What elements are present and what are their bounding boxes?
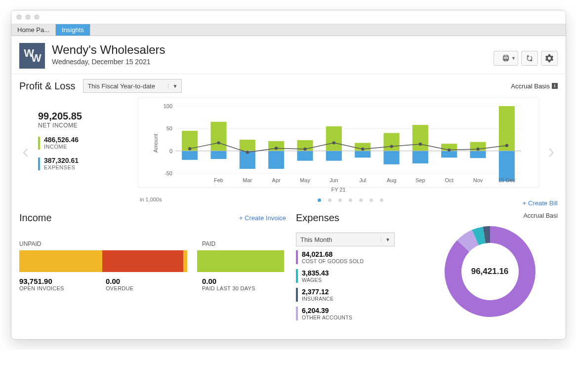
expenses-range-value: This Month: [300, 236, 332, 243]
pager-dot[interactable]: [359, 198, 363, 202]
svg-point-54: [361, 148, 364, 151]
svg-text:-50: -50: [165, 170, 172, 176]
pager-dot[interactable]: [380, 198, 383, 202]
open-invoices-label: OPEN INVOICES: [19, 285, 106, 291]
expenses-value: 387,320.61: [44, 157, 79, 164]
create-bill-link[interactable]: + Create Bill: [523, 199, 558, 212]
traffic-light-close[interactable]: [16, 14, 22, 20]
pl-chart: -50050100AmountFebMarAprMayJunJulAugSepO…: [138, 98, 539, 188]
income-label: INCOME: [44, 144, 79, 150]
create-invoice-link[interactable]: + Create Invoice: [239, 214, 286, 222]
unpaid-label: UNPAID: [19, 240, 106, 247]
svg-point-55: [390, 145, 393, 148]
svg-point-49: [217, 141, 220, 144]
header-actions: ▼: [494, 51, 558, 66]
expense-item[interactable]: 84,021.68COST OF GOODS SOLD: [296, 250, 412, 264]
bottom-panels: Income + Create Invoice UNPAID PAID 93,7…: [11, 208, 566, 339]
svg-rect-36: [412, 151, 428, 163]
svg-text:Jun: Jun: [330, 177, 338, 183]
pl-chart-svg: -50050100AmountFebMarAprMayJunJulAugSepO…: [138, 101, 538, 185]
info-icon: i: [552, 83, 558, 89]
income-swatch: [38, 137, 40, 150]
svg-text:Mar: Mar: [243, 177, 252, 183]
svg-point-59: [505, 144, 508, 147]
income-bars: [19, 250, 286, 272]
tab-home[interactable]: Home Pa...: [11, 24, 56, 36]
settings-button[interactable]: [541, 51, 558, 66]
app-window: Home Pa... Insights WW Wendy's Wholesale…: [11, 10, 566, 340]
traffic-light-max[interactable]: [34, 14, 40, 20]
expenses-label: EXPENSES: [44, 164, 79, 170]
expense-value: 84,021.68: [302, 250, 364, 258]
paid-label-sub: PAID LAST 30 DAYS: [202, 285, 286, 291]
overdue-label: OVERDUE: [106, 285, 192, 291]
svg-rect-42: [470, 151, 486, 158]
pager-dot[interactable]: [318, 198, 321, 202]
expense-swatch: [296, 250, 298, 264]
svg-text:Oct: Oct: [445, 177, 453, 183]
tab-insights[interactable]: Insights: [56, 24, 90, 36]
chevron-down-icon: ▼: [511, 56, 516, 61]
expense-value: 2,377.12: [302, 288, 334, 296]
chart-prev-arrow[interactable]: ‹: [19, 98, 32, 204]
pager-dot[interactable]: [370, 198, 373, 202]
expenses-swatch: [38, 157, 40, 170]
pager-dot[interactable]: [328, 198, 331, 202]
net-income-label: NET INCOME: [38, 122, 132, 129]
expenses-panel: Expenses This Month ▼ 84,021.68COST OF G…: [296, 212, 558, 325]
print-button[interactable]: ▼: [494, 51, 518, 66]
overdue-bar[interactable]: [102, 250, 183, 272]
expense-item[interactable]: 2,377.12INSURANCE: [296, 288, 412, 302]
pl-range-value: This Fiscal Year-to-date: [87, 82, 155, 90]
accrual-basis-toggle[interactable]: Accrual Basis i: [511, 82, 558, 90]
expense-swatch: [296, 269, 298, 283]
pl-body: ‹ 99,205.85 NET INCOME 486,526.46 INCOME…: [11, 98, 566, 208]
svg-rect-32: [383, 133, 399, 151]
svg-rect-35: [412, 125, 428, 151]
income-panel: Income + Create Invoice UNPAID PAID 93,7…: [19, 212, 286, 325]
svg-text:Aug: Aug: [387, 177, 397, 183]
expenses-list: 84,021.68COST OF GOODS SOLD3,835.43WAGES…: [296, 250, 412, 320]
svg-text:Amount: Amount: [153, 134, 159, 153]
expense-label: OTHER ACCOUNTS: [302, 314, 352, 320]
svg-text:0: 0: [169, 148, 172, 154]
svg-point-56: [419, 143, 422, 146]
svg-text:May: May: [300, 177, 310, 183]
svg-point-57: [448, 149, 451, 152]
pl-range-select[interactable]: This Fiscal Year-to-date ▼: [83, 79, 182, 93]
company-logo: WW: [19, 43, 45, 69]
expenses-range-select[interactable]: This Month ▼: [296, 233, 395, 246]
expense-item[interactable]: 3,835.43WAGES: [296, 269, 412, 283]
svg-text:Jul: Jul: [359, 177, 366, 183]
svg-rect-27: [326, 151, 342, 161]
svg-point-53: [332, 141, 335, 144]
expense-label: COST OF GOODS SOLD: [302, 258, 364, 264]
svg-rect-39: [441, 151, 457, 158]
svg-rect-17: [240, 140, 255, 151]
paid-label: PAID: [202, 240, 286, 247]
svg-text:50: 50: [166, 125, 172, 131]
chart-next-arrow[interactable]: ›: [545, 98, 558, 204]
net-income-value: 99,205.85: [38, 111, 132, 122]
paid-bar[interactable]: [197, 250, 284, 272]
pager-dot[interactable]: [338, 198, 342, 202]
pl-fy-label: FY 21: [138, 187, 539, 193]
svg-point-50: [246, 151, 249, 154]
pager-dot[interactable]: [349, 198, 352, 202]
window-titlebar: [11, 10, 566, 24]
company-name: Wendy's Wholesalers: [52, 43, 165, 57]
expense-swatch: [296, 307, 298, 320]
refresh-button[interactable]: [521, 51, 538, 66]
traffic-light-min[interactable]: [25, 14, 31, 20]
income-value: 486,526.46: [44, 136, 79, 144]
svg-text:Apr: Apr: [272, 177, 281, 183]
open-invoices-bar[interactable]: [19, 250, 102, 272]
svg-text:Feb: Feb: [214, 177, 223, 183]
svg-text:Nov: Nov: [473, 177, 483, 183]
chevron-down-icon: ▼: [381, 237, 390, 242]
paid-value: 0.00: [202, 277, 286, 285]
expense-item[interactable]: 6,204.39OTHER ACCOUNTS: [296, 307, 412, 320]
expense-value: 6,204.39: [302, 307, 352, 314]
pl-legend: 99,205.85 NET INCOME 486,526.46 INCOME 3…: [38, 98, 132, 204]
svg-rect-15: [210, 151, 226, 159]
